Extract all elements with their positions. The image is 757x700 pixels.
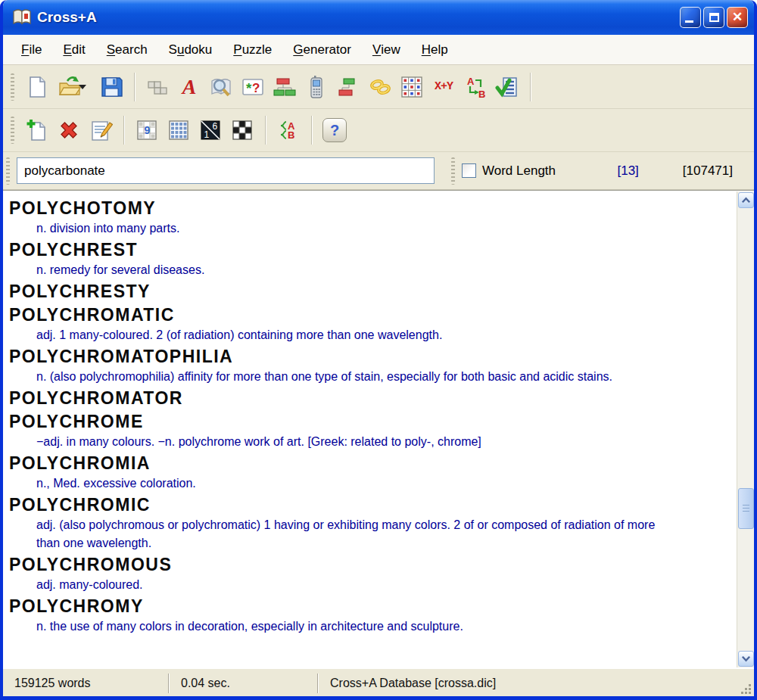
phone-keypad-icon (304, 75, 329, 99)
entry-definition: n. remedy for several diseases. (9, 261, 675, 279)
word-length-value: [13] (617, 163, 638, 179)
scrollbar-thumb[interactable] (738, 488, 754, 529)
open-file-dropdown-icon[interactable] (79, 85, 86, 89)
word-length-checkbox[interactable] (462, 163, 476, 178)
scroll-down-button[interactable] (738, 651, 754, 667)
status-word-count: 159125 words (3, 669, 168, 697)
help-button[interactable]: ? (319, 114, 350, 147)
results-panel: POLYCHOTOMY n. division into many parts.… (3, 190, 754, 668)
menu-edit[interactable]: Edit (52, 35, 95, 64)
result-count: [107471] (683, 163, 733, 179)
tree-red-green-button[interactable] (269, 70, 301, 104)
entry-word: POLYCHROMATOR (9, 387, 736, 409)
entry-word: POLYCHREST (9, 239, 736, 261)
solve-checklist-icon (495, 75, 519, 99)
list-item[interactable]: POLYCHROMATOR (9, 387, 736, 409)
svg-text:1: 1 (204, 129, 210, 140)
anagram-icon: A (182, 75, 197, 99)
toolbar-separator (265, 116, 266, 145)
window-title: Cross+A (37, 9, 97, 26)
svg-text:?: ? (252, 81, 260, 95)
entry-word: POLYCHROMATIC (9, 304, 736, 326)
toolbar-grip[interactable] (11, 73, 14, 101)
black-white-grid-icon (230, 118, 254, 142)
entry-word: POLYCHROMATOPHILIA (9, 346, 736, 368)
entry-definition: adj. 1 many-coloured. 2 (of radiation) c… (9, 326, 675, 344)
entry-definition: −adj. in many colours. −n. polychrome wo… (9, 433, 675, 451)
add-item-button[interactable] (21, 114, 53, 147)
menu-puzzle[interactable]: Puzzle (223, 35, 282, 64)
chevron-up-icon (741, 197, 751, 204)
ab-branch-icon: A B (276, 118, 301, 142)
toolbar-separator (530, 73, 531, 101)
svg-text:B: B (288, 129, 294, 141)
grid-blue-button[interactable] (163, 114, 195, 147)
title-bar: Cross+A ✕ (3, 0, 754, 35)
tree-red-green-icon (273, 75, 297, 99)
delete-item-button[interactable] (53, 114, 85, 147)
search-input[interactable] (17, 157, 435, 184)
save-button[interactable] (95, 70, 127, 104)
help-icon: ? (322, 118, 347, 142)
menu-sudoku[interactable]: Sudoku (158, 35, 223, 64)
app-window: Cross+A ✕ File Edit Search Sudoku Puzzle… (0, 0, 757, 700)
menu-view[interactable]: View (362, 35, 411, 64)
scroll-up-button[interactable] (738, 192, 754, 208)
a-to-b-button[interactable]: A B (459, 70, 491, 104)
entry-word: POLYCHROMOUS (9, 554, 736, 576)
list-item[interactable]: POLYCHROMIC adj. (also polychromous or p… (9, 494, 736, 552)
phone-keypad-button[interactable] (301, 70, 332, 104)
new-document-icon (25, 75, 49, 99)
resize-grip[interactable] (740, 683, 752, 695)
crossword-grid-button[interactable] (142, 70, 173, 104)
maximize-icon (709, 13, 719, 22)
black-white-grid-button[interactable] (226, 114, 258, 147)
entry-word: POLYCHOTOMY (9, 198, 736, 219)
list-item[interactable]: POLYCHROMOUS adj. many-coloured. (9, 554, 736, 594)
tree-green-red-button[interactable] (332, 70, 364, 104)
menu-bar: File Edit Search Sudoku Puzzle Generator… (3, 35, 754, 65)
list-item[interactable]: POLYCHROME −adj. in many colours. −n. po… (9, 411, 736, 451)
edit-item-button[interactable] (85, 114, 117, 147)
entry-definition: n., Med. excessive coloration. (9, 474, 675, 493)
list-item[interactable]: POLYCHROMATIC adj. 1 many-coloured. 2 (o… (9, 304, 736, 344)
close-button[interactable]: ✕ (727, 7, 748, 28)
menu-generator[interactable]: Generator (282, 35, 362, 64)
menu-file[interactable]: File (11, 35, 52, 64)
kakuro-icon: 1 6 (198, 118, 223, 142)
svg-text:6: 6 (213, 121, 218, 132)
open-file-button[interactable] (53, 70, 95, 104)
anagram-button[interactable]: A (173, 70, 205, 104)
menu-search[interactable]: Search (96, 35, 158, 64)
ab-branch-button[interactable]: A B (273, 114, 304, 147)
search-bar: Word Length [13] [107471] (3, 152, 754, 190)
vertical-scrollbar[interactable] (737, 191, 754, 667)
entry-definition: n. division into many parts. (9, 219, 675, 238)
list-item[interactable]: POLYCHROMATOPHILIA n. (also polychromoph… (9, 346, 736, 386)
links-chain-button[interactable] (364, 70, 396, 104)
entry-word: POLYCHROMY (9, 596, 736, 618)
pattern-search-button[interactable]: * ? (237, 70, 269, 104)
app-book-icon (12, 8, 32, 26)
toolbar-grip[interactable] (6, 157, 10, 185)
new-document-button[interactable] (21, 70, 53, 104)
list-item[interactable]: POLYCHREST n. remedy for several disease… (9, 239, 736, 279)
svg-text:9: 9 (145, 124, 151, 136)
chevron-down-icon (741, 655, 751, 662)
status-bar: 159125 words 0.04 sec. Cross+A Database … (3, 668, 754, 697)
menu-help[interactable]: Help (411, 35, 459, 64)
list-item[interactable]: POLYCHROMIA n., Med. excessive coloratio… (9, 453, 736, 493)
list-item[interactable]: POLYCHROMY n. the use of many colors in … (9, 596, 736, 636)
maximize-button[interactable] (703, 7, 724, 28)
toolbar-grip[interactable] (451, 157, 455, 185)
solve-checklist-button[interactable] (491, 70, 523, 104)
word-search-button[interactable] (205, 70, 237, 104)
list-item[interactable]: POLYCHRESTY (9, 281, 736, 303)
x-plus-y-button[interactable]: X+Y (428, 70, 459, 104)
sudoku-color-grid-button[interactable] (396, 70, 428, 104)
kakuro-button[interactable]: 1 6 (195, 114, 226, 147)
minimize-button[interactable] (680, 7, 701, 28)
toolbar-grip[interactable] (11, 117, 14, 144)
sudoku-9-button[interactable]: 9 (131, 114, 163, 147)
list-item[interactable]: POLYCHOTOMY n. division into many parts. (9, 198, 736, 238)
